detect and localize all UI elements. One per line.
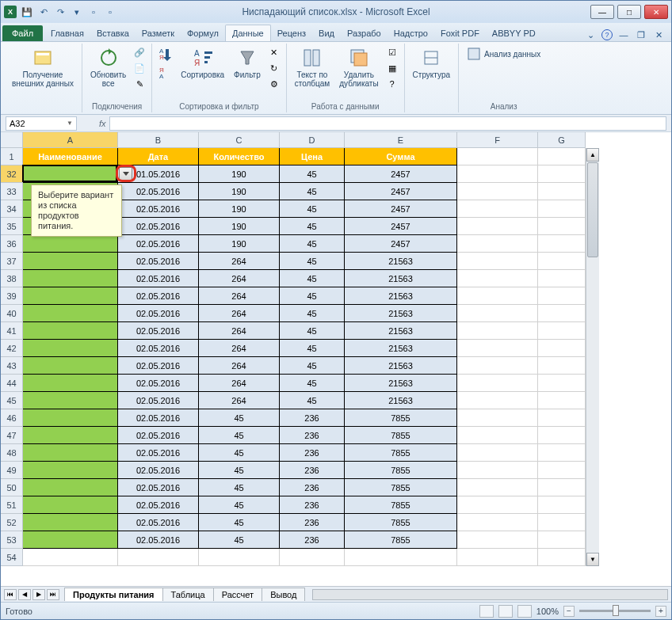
cell[interactable]: 264	[199, 270, 280, 287]
row-header[interactable]: 32	[1, 165, 23, 183]
hdr-qty[interactable]: Количество	[199, 148, 280, 165]
ribbon-minimize-icon[interactable]: ⌄	[584, 29, 597, 41]
scroll-down-icon[interactable]: ▼	[586, 553, 599, 566]
file-tab[interactable]: Файл	[2, 25, 43, 41]
cell[interactable]	[538, 270, 586, 287]
cell[interactable]: 21563	[345, 357, 457, 375]
qat-undo[interactable]: ↶	[36, 5, 51, 19]
col-header-G[interactable]: G	[538, 132, 586, 148]
cell[interactable]	[23, 531, 118, 549]
row-header[interactable]: 33	[1, 183, 23, 200]
data-validation-icon[interactable]: ☑	[385, 45, 399, 59]
cell[interactable]: 45	[280, 165, 345, 183]
zoom-slider[interactable]	[579, 610, 651, 612]
row-header[interactable]: 34	[1, 200, 23, 218]
cell[interactable]: 7855	[345, 514, 457, 531]
tab-insert[interactable]: Вставка	[90, 25, 136, 41]
cell[interactable]: 45	[199, 444, 280, 462]
cell[interactable]: 02.05.2016	[118, 427, 199, 444]
consolidate-icon[interactable]: ▦	[385, 61, 399, 75]
cell[interactable]	[280, 549, 345, 566]
cell[interactable]	[23, 392, 118, 409]
qat-more[interactable]: ▾	[70, 5, 84, 19]
row-header[interactable]: 1	[1, 148, 23, 165]
cell[interactable]: 45	[199, 409, 280, 427]
col-header-C[interactable]: C	[199, 132, 280, 148]
cell[interactable]: 02.05.2016	[118, 409, 199, 427]
cell[interactable]	[23, 427, 118, 444]
advanced-icon[interactable]: ⚙	[267, 77, 281, 91]
help-icon[interactable]: ?	[601, 29, 613, 40]
zoom-in-button[interactable]: +	[655, 606, 666, 617]
cell[interactable]: 02.05.2016	[118, 183, 199, 200]
clear-filter-icon[interactable]: ✕	[267, 45, 281, 59]
cell[interactable]: 02.05.2016	[118, 200, 199, 218]
structure-button[interactable]: Структура	[410, 45, 453, 81]
scroll-up-icon[interactable]: ▲	[586, 148, 599, 162]
cell[interactable]: 02.05.2016	[118, 305, 199, 322]
formula-bar[interactable]	[109, 116, 666, 131]
cell[interactable]: 45	[280, 357, 345, 375]
cell[interactable]: 236	[280, 531, 345, 549]
zoom-thumb[interactable]	[613, 605, 619, 616]
reapply-icon[interactable]: ↻	[267, 61, 281, 75]
sheet-nav-last[interactable]: ⏭	[47, 589, 59, 600]
tab-developer[interactable]: Разрабо	[341, 25, 388, 41]
cell[interactable]	[199, 549, 280, 566]
cell[interactable]	[457, 287, 538, 305]
hdr-sum[interactable]: Сумма	[345, 148, 457, 165]
cell[interactable]	[457, 496, 538, 514]
doc-close-icon[interactable]: ✕	[652, 29, 665, 41]
cell[interactable]	[23, 305, 118, 322]
cell[interactable]	[538, 531, 586, 549]
sheet-nav-prev[interactable]: ◀	[18, 589, 31, 600]
cell[interactable]	[457, 183, 538, 200]
cell[interactable]: 236	[280, 462, 345, 479]
cell[interactable]: 7855	[345, 462, 457, 479]
doc-minimize-icon[interactable]: —	[617, 29, 630, 41]
cell[interactable]: 264	[199, 305, 280, 322]
cell[interactable]: 7855	[345, 427, 457, 444]
cell[interactable]: 264	[199, 392, 280, 409]
cell[interactable]: 2457	[345, 235, 457, 253]
hdr-price[interactable]: Цена	[280, 148, 345, 165]
cell[interactable]: 02.05.2016	[118, 357, 199, 375]
cell[interactable]: 236	[280, 479, 345, 496]
cell[interactable]: 7855	[345, 496, 457, 514]
cell[interactable]: 02.05.2016	[118, 514, 199, 531]
sheet-tab[interactable]: Вывод	[262, 588, 305, 601]
cell[interactable]	[23, 270, 118, 287]
cell[interactable]	[457, 479, 538, 496]
col-header-B[interactable]: B	[118, 132, 199, 148]
cell[interactable]: 21563	[345, 270, 457, 287]
qat-redo[interactable]: ↷	[53, 5, 67, 19]
cell[interactable]	[538, 148, 586, 165]
cell[interactable]: 264	[199, 357, 280, 375]
sheet-tab[interactable]: Рассчет	[213, 588, 263, 601]
cell[interactable]: 21563	[345, 340, 457, 357]
cell[interactable]	[538, 253, 586, 270]
row-header[interactable]: 54	[1, 549, 23, 566]
edit-links-icon[interactable]: ✎	[132, 77, 147, 91]
view-layout-icon[interactable]	[498, 605, 513, 618]
doc-restore-icon[interactable]: ❐	[635, 29, 647, 41]
cell[interactable]: 45	[199, 462, 280, 479]
row-header[interactable]: 51	[1, 496, 23, 514]
vertical-scrollbar[interactable]: ▲ ▼	[586, 148, 599, 566]
row-header[interactable]: 52	[1, 514, 23, 531]
cell[interactable]	[538, 218, 586, 235]
row-header[interactable]: 36	[1, 235, 23, 253]
cell[interactable]: 190	[199, 200, 280, 218]
hdr-date[interactable]: Дата	[118, 148, 199, 165]
row-header[interactable]: 44	[1, 375, 23, 392]
close-button[interactable]: ✕	[644, 5, 668, 19]
row-header[interactable]: 35	[1, 218, 23, 235]
cell[interactable]: 264	[199, 375, 280, 392]
cell[interactable]: 02.05.2016	[118, 375, 199, 392]
col-header-D[interactable]: D	[280, 132, 345, 148]
cell[interactable]: 2457	[345, 200, 457, 218]
cell[interactable]	[23, 479, 118, 496]
cell[interactable]: 02.05.2016	[118, 462, 199, 479]
sheet-tab[interactable]: Таблица	[162, 588, 214, 601]
cell[interactable]	[23, 444, 118, 462]
